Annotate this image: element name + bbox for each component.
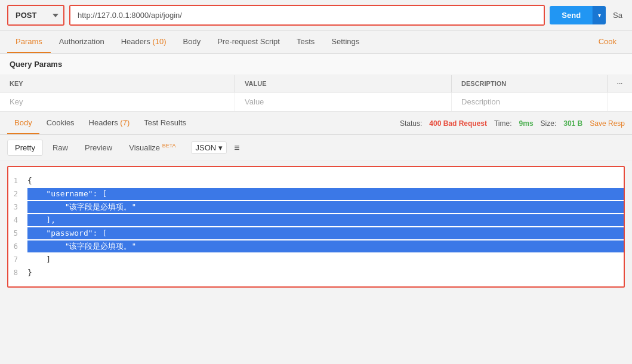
line-num-1: 1 — [8, 175, 27, 187]
json-line-4: 4 ], — [8, 214, 624, 227]
resp-tab-cookies[interactable]: Cookies — [39, 112, 82, 134]
resp-tab-body[interactable]: Body — [7, 112, 39, 134]
format-label: JSON — [195, 143, 216, 152]
response-tabs: Body Cookies Headers (7) Test Results St… — [0, 112, 632, 135]
send-button-group: Send ▾ — [550, 6, 606, 24]
line-num-6: 6 — [8, 240, 27, 252]
col-header-key: KEY — [0, 75, 235, 92]
line-content-7: ] — [27, 254, 624, 266]
json-line-1: 1 { — [8, 174, 624, 187]
tab-authorization[interactable]: Authorization — [51, 31, 113, 53]
col-header-description: DESCRIPTION — [452, 75, 608, 92]
request-tabs: Params Authorization Headers (10) Body P… — [0, 31, 632, 54]
json-content: 1 { 2 "username": [ 3 "该字段是必填项。" 4 ], 5 … — [7, 166, 625, 288]
query-params-header: Query Params — [0, 54, 632, 75]
json-line-7: 7 ] — [8, 253, 624, 266]
line-num-8: 8 — [8, 267, 27, 279]
send-button[interactable]: Send — [550, 6, 593, 24]
view-pretty-button[interactable]: Pretty — [7, 140, 43, 156]
wrap-icon[interactable]: ≡ — [234, 143, 239, 153]
format-arrow-icon: ▾ — [218, 143, 223, 152]
format-select-wrapper: JSON ▾ — [191, 141, 227, 154]
tab-tests[interactable]: Tests — [288, 31, 323, 53]
line-num-7: 7 — [8, 254, 27, 266]
json-line-6: 6 "该字段是必填项。" — [8, 240, 624, 253]
line-content-6: "该字段是必填项。" — [27, 240, 624, 252]
json-line-8: 8 } — [8, 266, 624, 279]
key-cell[interactable]: Key — [0, 92, 235, 112]
table-row: Key Value Description — [0, 92, 632, 112]
line-content-3: "该字段是必填项。" — [27, 201, 624, 213]
status-value: 400 Bad Request — [429, 119, 487, 128]
resp-tab-headers[interactable]: Headers (7) — [82, 112, 137, 134]
view-visualize-button[interactable]: Visualize BETA — [122, 140, 183, 155]
line-num-2: 2 — [8, 188, 27, 200]
line-num-4: 4 — [8, 214, 27, 226]
headers-badge: (10) — [152, 37, 166, 46]
tab-params[interactable]: Params — [7, 31, 51, 53]
tab-prerequest[interactable]: Pre-request Script — [209, 31, 288, 53]
params-table: KEY VALUE DESCRIPTION ··· Key Value Desc… — [0, 75, 632, 112]
tab-body[interactable]: Body — [175, 31, 209, 53]
line-content-5: "password": [ — [27, 227, 624, 239]
json-line-5: 5 "password": [ — [8, 227, 624, 240]
method-select[interactable]: POST GET PUT DELETE PATCH — [8, 6, 63, 24]
resp-tab-test-results[interactable]: Test Results — [137, 112, 193, 134]
view-preview-button[interactable]: Preview — [78, 140, 119, 155]
top-bar: POST GET PUT DELETE PATCH Send ▾ Sa — [0, 0, 632, 31]
line-num-5: 5 — [8, 227, 27, 239]
method-select-wrapper: POST GET PUT DELETE PATCH — [7, 5, 64, 26]
response-status: Status: 400 Bad Request Time: 9ms Size: … — [400, 119, 625, 128]
beta-badge: BETA — [162, 143, 176, 149]
size-label: Size: — [541, 119, 557, 128]
url-input-wrapper — [69, 5, 545, 26]
size-value: 301 B — [563, 119, 582, 128]
view-raw-button[interactable]: Raw — [45, 140, 75, 155]
send-dropdown-button[interactable]: ▾ — [593, 6, 606, 24]
save-response-button[interactable]: Save Resp — [590, 119, 625, 128]
line-content-2: "username": [ — [27, 188, 624, 200]
more-cell — [607, 92, 632, 112]
json-line-3: 3 "该字段是必填项。" — [8, 200, 624, 214]
time-value: 9ms — [519, 119, 534, 128]
tab-headers[interactable]: Headers (10) — [113, 31, 175, 53]
json-line-2: 2 "username": [ — [8, 187, 624, 200]
status-label: Status: — [400, 119, 422, 128]
col-header-more: ··· — [607, 75, 632, 92]
resp-headers-badge: (7) — [120, 118, 130, 127]
col-header-value: VALUE — [235, 75, 452, 92]
value-cell[interactable]: Value — [235, 92, 452, 112]
save-text: Sa — [611, 6, 625, 24]
url-input[interactable] — [70, 6, 544, 24]
line-content-8: } — [27, 267, 624, 279]
line-num-3: 3 — [8, 201, 27, 213]
line-content-1: { — [27, 175, 624, 187]
description-cell[interactable]: Description — [452, 92, 608, 112]
time-label: Time: — [494, 119, 512, 128]
tab-settings[interactable]: Settings — [323, 31, 368, 53]
body-controls: Pretty Raw Preview Visualize BETA JSON ▾… — [0, 135, 632, 161]
tab-cookies[interactable]: Cook — [590, 31, 625, 53]
line-content-4: ], — [27, 214, 624, 226]
